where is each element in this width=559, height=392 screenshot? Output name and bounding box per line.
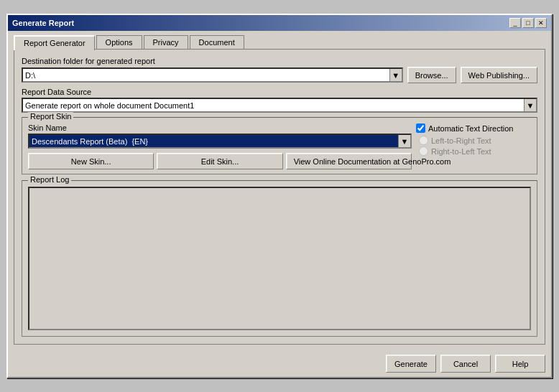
skin-row: Skin Name ▼ New Skin... Edit Skin... Vie…: [28, 123, 531, 169]
left-to-right-label: Left-to-Right Text: [431, 136, 491, 145]
destination-label: Destination folder for generated report: [22, 57, 537, 65]
tab-content: Destination folder for generated report …: [14, 49, 545, 345]
tab-report-generator[interactable]: Report Generator: [14, 35, 95, 50]
web-publishing-button[interactable]: Web Publishing...: [461, 67, 537, 83]
report-log-title: Report Log: [28, 175, 71, 184]
report-skin-group-title: Report Skin: [28, 112, 73, 121]
report-log-area: [28, 187, 531, 330]
auto-text-direction-checkbox[interactable]: [416, 123, 425, 133]
dialog-title: Generate Report: [12, 19, 74, 27]
skin-buttons: New Skin... Edit Skin... View Online Doc…: [28, 153, 412, 169]
title-bar-buttons: _ □ ✕: [509, 18, 547, 28]
destination-input-row: ▼ Browse... Web Publishing...: [22, 67, 537, 83]
tab-options[interactable]: Options: [96, 35, 142, 50]
data-source-label: Report Data Source: [22, 88, 537, 96]
new-skin-button[interactable]: New Skin...: [28, 153, 154, 169]
data-source-row: Report Data Source ▼: [22, 88, 537, 113]
destination-folder-row: Destination folder for generated report …: [22, 57, 537, 83]
left-to-right-row: Left-to-Right Text: [419, 136, 531, 145]
browse-button[interactable]: Browse...: [407, 67, 456, 83]
help-button[interactable]: Help: [495, 355, 545, 373]
skin-left: Skin Name ▼ New Skin... Edit Skin... Vie…: [28, 123, 412, 169]
auto-text-direction-row: Automatic Text Direction: [416, 123, 531, 133]
right-to-left-radio[interactable]: [419, 146, 428, 156]
skin-name-input[interactable]: [29, 135, 398, 147]
report-skin-group: Report Skin Skin Name ▼ New Skin... Edit…: [22, 117, 537, 174]
cancel-button[interactable]: Cancel: [440, 355, 491, 373]
edit-skin-button[interactable]: Edit Skin...: [157, 153, 282, 169]
right-to-left-row: Right-to-Left Text: [419, 146, 531, 156]
generate-button[interactable]: Generate: [386, 355, 436, 373]
tab-document[interactable]: Document: [190, 35, 244, 50]
destination-dropdown-btn[interactable]: ▼: [389, 69, 402, 81]
close-button[interactable]: ✕: [535, 18, 547, 28]
maximize-button[interactable]: □: [522, 18, 534, 28]
destination-combobox[interactable]: ▼: [22, 67, 403, 83]
skin-dropdown-btn[interactable]: ▼: [398, 135, 410, 147]
dialog-body: Report Generator Options Privacy Documen…: [8, 31, 551, 350]
data-source-combobox[interactable]: ▼: [22, 98, 537, 113]
title-bar: Generate Report _ □ ✕: [8, 15, 551, 31]
generate-report-dialog: Generate Report _ □ ✕ Report Generator O…: [6, 14, 553, 378]
data-source-dropdown-btn[interactable]: ▼: [524, 99, 536, 111]
right-to-left-label: Right-to-Left Text: [431, 147, 491, 156]
minimize-button[interactable]: _: [509, 18, 521, 28]
tab-privacy[interactable]: Privacy: [144, 35, 188, 50]
skin-name-combobox[interactable]: ▼: [28, 134, 412, 149]
skin-right: Automatic Text Direction Left-to-Right T…: [416, 123, 531, 157]
report-log-group: Report Log: [22, 180, 537, 337]
online-docs-button[interactable]: View Online Documentation at GenoPro.com: [286, 153, 412, 169]
bottom-buttons: Generate Cancel Help: [8, 350, 551, 377]
skin-name-label: Skin Name: [28, 123, 412, 132]
tabs: Report Generator Options Privacy Documen…: [14, 35, 545, 50]
auto-text-direction-label: Automatic Text Direction: [428, 124, 513, 133]
data-source-input[interactable]: [23, 99, 524, 111]
destination-input[interactable]: [23, 69, 389, 81]
left-to-right-radio[interactable]: [419, 136, 428, 145]
